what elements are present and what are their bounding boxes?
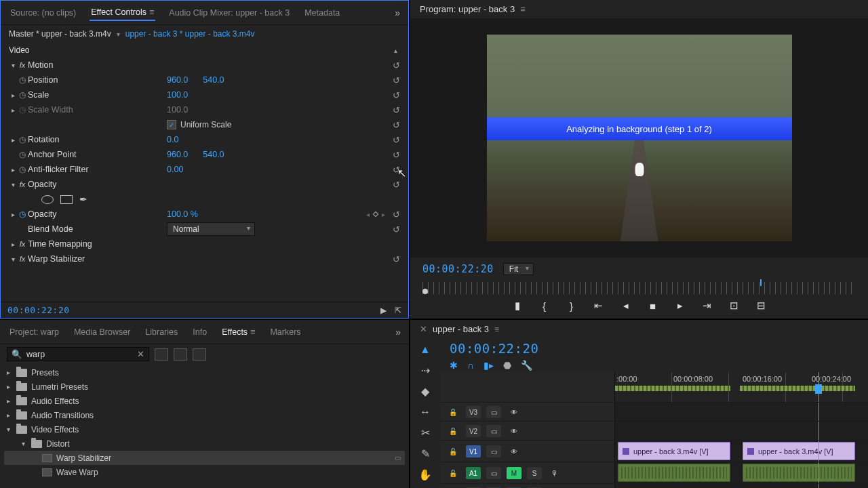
time-remapping-effect[interactable]: ▸ fx Time Remapping	[9, 237, 403, 251]
tree-item-warp-stabilizer[interactable]: ▸Warp Stabilizer▭	[4, 451, 405, 465]
master-clip-label[interactable]: Master * upper - back 3.m4v	[9, 29, 111, 39]
program-timecode[interactable]: 00:00:22:20	[422, 263, 494, 275]
lock-icon[interactable]: 🔓	[446, 467, 460, 479]
filter-icon-1[interactable]	[155, 348, 168, 361]
disclose-icon[interactable]: ▸	[9, 92, 17, 99]
viewer-area[interactable]: Analyzing in background (step 1 of 2)	[410, 18, 868, 258]
eye-icon[interactable]: 👁	[507, 406, 521, 418]
track-lane[interactable]	[615, 403, 868, 421]
opacity-effect[interactable]: ▾ fx Opacity ↺	[9, 177, 403, 192]
track-lane[interactable]: upper - back 3.m4v [V] upper - back 3.m4…	[615, 441, 868, 462]
zoom-fit-select[interactable]: Fit	[503, 263, 534, 275]
stopwatch-icon[interactable]: ◷	[17, 90, 28, 100]
value-x[interactable]: 960.0	[167, 75, 188, 85]
marker-icon[interactable]: ⬣	[503, 360, 511, 371]
rate-stretch-icon[interactable]: ↔	[420, 406, 431, 418]
mark-in-icon[interactable]: ▮	[511, 300, 524, 312]
fx-badge-icon[interactable]: fx	[17, 240, 28, 248]
tabs-overflow-icon[interactable]: »	[395, 7, 400, 18]
menu-icon[interactable]: ≡	[149, 7, 154, 17]
disclose-icon[interactable]: ▾	[9, 181, 17, 188]
reset-icon[interactable]: ↺	[389, 180, 403, 190]
reset-icon[interactable]: ↺	[389, 135, 403, 145]
ec-timecode[interactable]: 00:00:22:20	[7, 305, 70, 315]
tab-project[interactable]: Project: warp	[8, 325, 60, 340]
settings-icon[interactable]: 🔧	[521, 360, 532, 371]
disclose-icon[interactable]: ▸	[9, 241, 17, 248]
fx-badge-icon[interactable]: fx	[17, 61, 28, 69]
toggle-sync-icon[interactable]: ▭	[486, 406, 501, 418]
tab-metadata[interactable]: Metadata	[303, 5, 341, 20]
tab-effect-controls[interactable]: Effect Controls≡	[90, 5, 155, 21]
tab-media-browser[interactable]: Media Browser	[73, 325, 132, 340]
menu-icon[interactable]: ≡	[494, 325, 499, 334]
value[interactable]: 100.0 %	[167, 209, 198, 219]
stopwatch-icon[interactable]: ◷	[17, 150, 28, 159]
track-lane[interactable]	[615, 462, 868, 483]
track-lane[interactable]	[615, 422, 868, 440]
timeline-timecode[interactable]: 00:00:22:20	[450, 341, 538, 356]
reset-icon[interactable]: ↺	[389, 105, 403, 115]
track-label[interactable]: V2	[466, 425, 481, 437]
stopwatch-icon[interactable]: ◷	[17, 165, 28, 174]
disclose-icon[interactable]: ▸	[9, 136, 17, 144]
search-input[interactable]	[26, 350, 133, 359]
tree-item-wave-warp[interactable]: ▸Wave Warp	[4, 465, 405, 479]
keyframe-nav[interactable]: ◂ ▸	[366, 211, 385, 218]
tab-audio-mixer[interactable]: Audio Clip Mixer: upper - back 3	[167, 5, 291, 20]
extract-icon[interactable]: ⊟	[755, 300, 768, 312]
reset-icon[interactable]: ↺	[389, 224, 403, 235]
motion-effect[interactable]: ▾ fx Motion ↺	[9, 58, 403, 73]
toggle-sync-icon[interactable]: ▭	[486, 445, 501, 458]
eye-icon[interactable]: 👁	[507, 445, 521, 458]
track-label[interactable]: A1	[466, 467, 481, 479]
filter-icon-3[interactable]	[193, 348, 206, 361]
tree-item-audio-fx[interactable]: ▸Audio Effects	[4, 394, 405, 408]
clear-search-icon[interactable]: ✕	[137, 349, 144, 359]
mark-out-bracket-icon[interactable]: }	[566, 300, 578, 312]
value-y[interactable]: 540.0	[203, 75, 224, 85]
tab-info[interactable]: Info	[191, 325, 208, 340]
close-sequence-icon[interactable]: ✕	[420, 324, 427, 334]
snap-icon[interactable]: ✱	[450, 360, 458, 371]
step-back-icon[interactable]: ◂	[620, 300, 632, 312]
in-point-icon[interactable]	[422, 289, 428, 294]
razor-tool-icon[interactable]: ✂	[421, 426, 430, 439]
value[interactable]: 100.0	[167, 90, 188, 100]
pen-mask-icon[interactable]: ✒	[79, 194, 87, 205]
audio-clip[interactable]	[743, 464, 855, 482]
value[interactable]: 0.00	[167, 165, 183, 174]
rect-mask-icon[interactable]	[60, 195, 73, 204]
toggle-sync-icon[interactable]: ▭	[486, 467, 501, 479]
reset-icon[interactable]: ↺	[389, 60, 403, 70]
stop-button[interactable]: ■	[647, 300, 659, 312]
blend-mode-select[interactable]: Normal	[167, 222, 255, 236]
track-lane[interactable]	[615, 484, 868, 488]
linked-sel-icon[interactable]: ∩	[467, 360, 474, 371]
playhead-icon[interactable]	[760, 279, 762, 286]
reset-icon[interactable]: ↺	[389, 209, 403, 220]
eye-icon[interactable]: 👁	[507, 425, 521, 437]
toggle-sync-icon[interactable]: ▭	[486, 425, 501, 437]
solo-button[interactable]: S	[527, 467, 542, 479]
tab-libraries[interactable]: Libraries	[144, 325, 179, 340]
tree-item-presets[interactable]: ▸Presets	[4, 365, 405, 380]
sequence-name[interactable]: upper - back 3	[433, 324, 489, 334]
track-label[interactable]: V3	[466, 406, 481, 418]
lift-icon[interactable]: ⊡	[728, 300, 741, 312]
mark-in-bracket-icon[interactable]: {	[538, 300, 551, 312]
tree-item-distort[interactable]: ▾Distort	[4, 436, 405, 451]
ripple-edit-icon[interactable]: ◆	[421, 385, 429, 398]
play-only-icon[interactable]: ▶︎	[380, 306, 387, 315]
instance-clip-label[interactable]: upper - back 3 * upper - back 3.m4v	[125, 29, 255, 39]
tab-markers[interactable]: Markers	[269, 325, 302, 340]
video-clip[interactable]: upper - back 3.m4v [V]	[743, 442, 855, 460]
reset-icon[interactable]: ↺	[389, 165, 403, 175]
disclose-icon[interactable]: ▸	[9, 106, 17, 114]
hand-tool-icon[interactable]: ✋	[418, 468, 432, 481]
reset-icon[interactable]: ↺	[389, 90, 403, 100]
warp-stabilizer-effect[interactable]: ▾ fx Warp Stabilizer ↺	[9, 251, 403, 266]
tree-item-video-fx[interactable]: ▾Video Effects	[4, 422, 405, 436]
disclose-icon[interactable]: ▸	[9, 166, 17, 174]
stopwatch-icon[interactable]: ◷	[17, 135, 28, 144]
